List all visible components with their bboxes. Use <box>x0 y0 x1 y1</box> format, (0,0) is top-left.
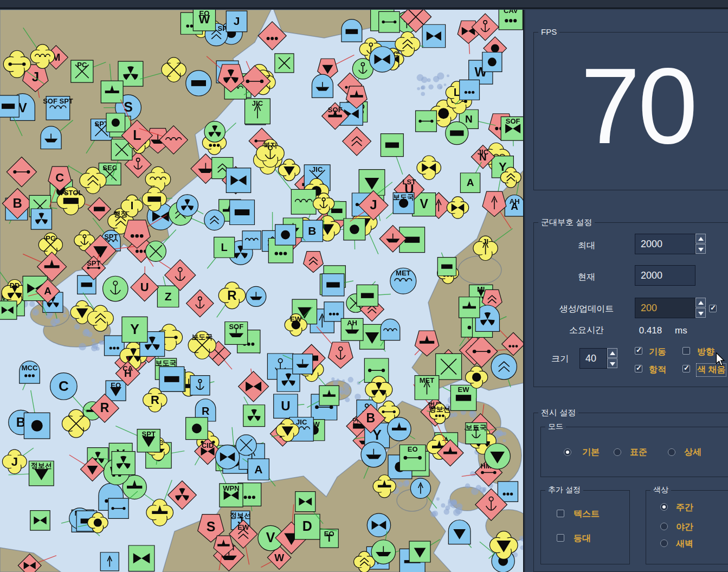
color-radio-dawn-label[interactable]: 새벽 <box>676 538 693 550</box>
gen-update-spinner[interactable] <box>695 298 706 318</box>
color-radio-day[interactable] <box>660 503 668 511</box>
mode-radio-basic[interactable] <box>564 448 571 456</box>
current-field[interactable]: 2000 <box>635 265 695 286</box>
elapsed-label: 소요시간 <box>542 320 632 340</box>
current-label: 현재 <box>542 267 632 287</box>
direction-checkbox-label[interactable]: 방향 <box>697 346 714 358</box>
elapsed-unit: ms <box>675 325 687 336</box>
max-field[interactable]: 2000 <box>635 234 695 254</box>
text-checkbox[interactable] <box>557 510 564 517</box>
max-spinner[interactable] <box>695 234 706 254</box>
mode-group: 모드 기본 표준 상세 <box>540 427 728 477</box>
mode-group-label: 모드 <box>545 422 566 432</box>
fps-value: 70 <box>534 25 728 188</box>
lighthouse-checkbox[interactable] <box>557 534 564 542</box>
mode-radio-standard[interactable] <box>614 448 621 456</box>
gen-update-spinner-up[interactable] <box>695 298 706 307</box>
size-spinner-up[interactable] <box>607 348 617 358</box>
gen-update-field[interactable]: 200 <box>635 298 695 318</box>
mode-radio-detail[interactable] <box>668 448 675 456</box>
fps-group: FPS 70 <box>533 32 728 190</box>
mode-radio-standard-label[interactable]: 표준 <box>630 447 647 458</box>
gen-update-spinner-down[interactable] <box>695 308 706 318</box>
additional-settings-group: 추가 설정 텍스트 등대 <box>540 490 630 564</box>
mouse-cursor <box>714 352 727 367</box>
military-symbol-map-canvas[interactable] <box>0 10 524 572</box>
direction-checkbox[interactable] <box>682 347 690 355</box>
gen-update-checkbox[interactable] <box>709 305 717 312</box>
maneuver-checkbox-label[interactable]: 기동 <box>649 346 666 358</box>
map-viewport[interactable] <box>0 10 524 572</box>
mode-radio-basic-label[interactable]: 기본 <box>582 447 600 458</box>
color-scheme-group: 색상 주간 야간 새벽 <box>646 490 728 564</box>
text-checkbox-label[interactable]: 텍스트 <box>574 509 600 520</box>
track-checkbox-label[interactable]: 항적 <box>649 364 666 376</box>
additional-settings-group-label: 추가 설정 <box>545 485 583 495</box>
max-spinner-down[interactable] <box>695 244 706 254</box>
window-titlebar <box>0 0 728 9</box>
max-spinner-up[interactable] <box>695 234 706 243</box>
maneuver-checkbox[interactable] <box>635 347 642 355</box>
color-scheme-group-label: 색상 <box>650 485 671 495</box>
application-window: FPS 70 군대부호 설정 최대 2000 현재 2000 생성/업데이트 2… <box>0 0 728 572</box>
size-field[interactable]: 40 <box>579 348 607 369</box>
max-label: 최대 <box>542 235 632 256</box>
color-radio-night[interactable] <box>660 523 668 530</box>
color-radio-night-label[interactable]: 야간 <box>676 522 693 533</box>
mode-radio-detail-label[interactable]: 상세 <box>684 447 701 458</box>
gen-update-label: 생성/업데이트 <box>542 299 632 319</box>
display-settings-group-label: 전시 설정 <box>538 408 578 418</box>
elapsed-value: 0.418 <box>635 325 666 336</box>
color-fill-checkbox[interactable] <box>682 365 690 372</box>
size-label: 크기 <box>545 349 575 369</box>
track-checkbox[interactable] <box>635 365 642 372</box>
size-spinner[interactable] <box>607 348 617 369</box>
settings-panel: FPS 70 군대부호 설정 최대 2000 현재 2000 생성/업데이트 2… <box>525 10 728 572</box>
color-radio-day-label[interactable]: 주간 <box>676 502 693 513</box>
color-radio-dawn[interactable] <box>660 539 668 547</box>
symbol-settings-group-label: 군대부호 설정 <box>538 217 595 228</box>
size-spinner-down[interactable] <box>607 358 617 368</box>
lighthouse-checkbox-label[interactable]: 등대 <box>574 533 591 544</box>
